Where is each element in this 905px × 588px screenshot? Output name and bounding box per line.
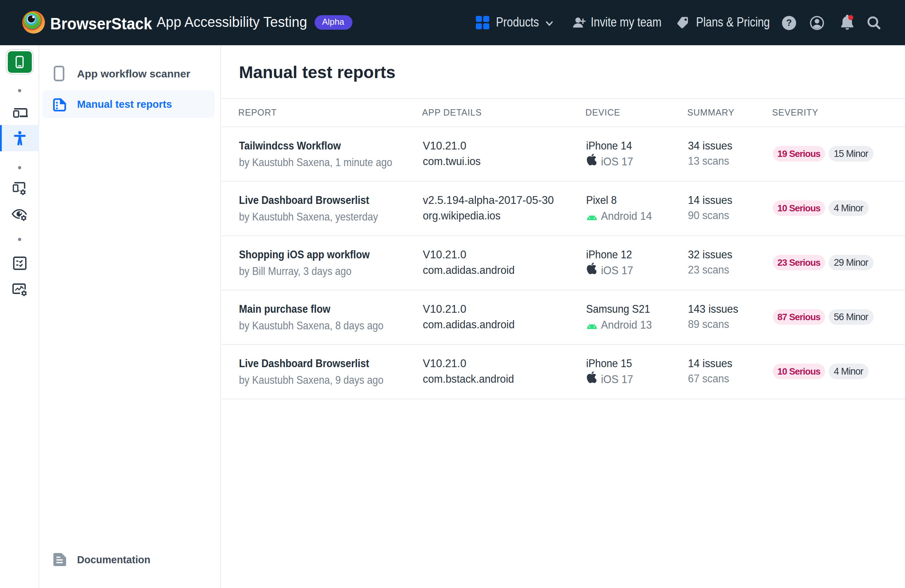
svg-text:?: ? bbox=[786, 17, 792, 28]
